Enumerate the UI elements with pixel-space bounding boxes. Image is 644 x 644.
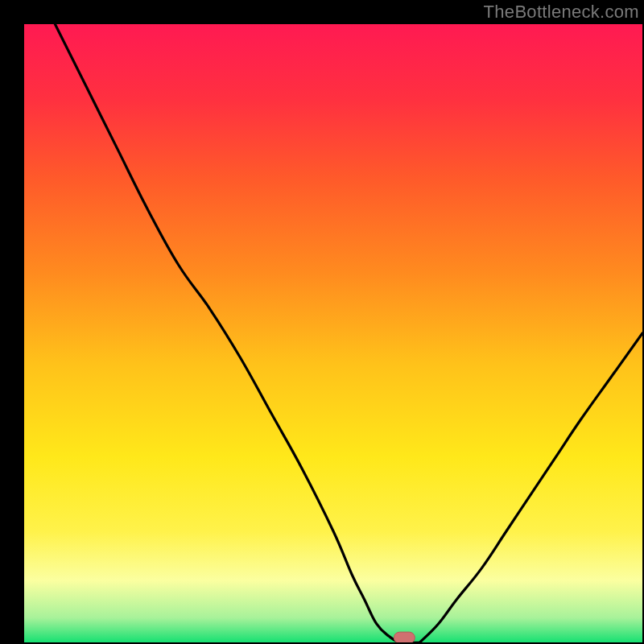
plot-area	[24, 24, 642, 642]
gradient-background	[24, 24, 642, 642]
watermark-text: TheBottleneck.com	[484, 2, 639, 23]
chart-frame: TheBottleneck.com	[0, 0, 644, 644]
bottleneck-chart	[24, 24, 642, 642]
optimal-point-marker	[394, 632, 415, 642]
